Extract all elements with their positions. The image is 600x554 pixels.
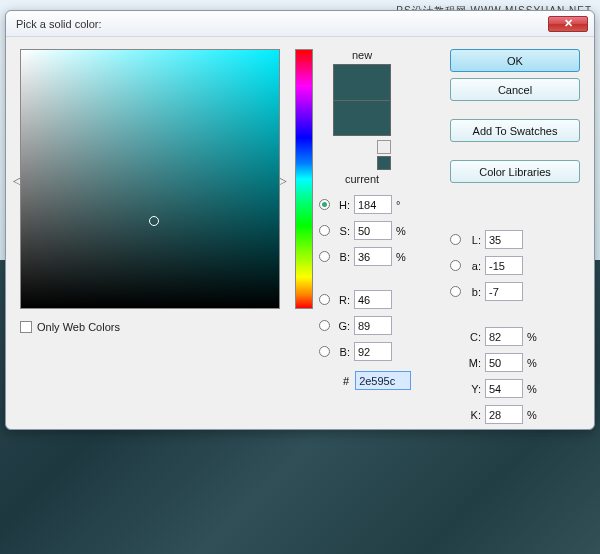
input-L[interactable]	[485, 230, 523, 249]
label-r: R:	[334, 294, 350, 306]
new-label: new	[352, 49, 372, 61]
unit-brightness: %	[396, 251, 408, 263]
tiny-swatch-icon[interactable]	[377, 156, 391, 170]
label-a: a:	[465, 260, 481, 272]
color-picker-dialog: Pick a solid color: ✕ ◁ ▷ Only Web Color…	[5, 10, 595, 430]
input-lab-b[interactable]	[485, 282, 523, 301]
input-C[interactable]	[485, 327, 523, 346]
row-s: S: %	[319, 220, 411, 241]
row-L: L:	[450, 229, 580, 250]
input-s[interactable]	[354, 221, 392, 240]
hue-arrow-right-icon: ▷	[279, 175, 287, 186]
radio-lab-b[interactable]	[450, 286, 461, 297]
label-s: S:	[334, 225, 350, 237]
unit-M: %	[527, 357, 539, 369]
label-h: H:	[334, 199, 350, 211]
color-libraries-button[interactable]: Color Libraries	[450, 160, 580, 183]
row-K: K: %	[450, 404, 580, 425]
radio-L[interactable]	[450, 234, 461, 245]
label-M: M:	[465, 357, 481, 369]
unit-h: °	[396, 199, 408, 211]
label-K: K:	[465, 409, 481, 421]
radio-h[interactable]	[319, 199, 330, 210]
input-M[interactable]	[485, 353, 523, 372]
add-to-swatches-button[interactable]: Add To Swatches	[450, 119, 580, 142]
radio-r[interactable]	[319, 294, 330, 305]
ok-button[interactable]: OK	[450, 49, 580, 72]
row-lab-b: b:	[450, 281, 580, 302]
row-M: M: %	[450, 352, 580, 373]
dialog-body: ◁ ▷ Only Web Colors new current	[6, 37, 594, 437]
hue-slider[interactable]	[295, 49, 313, 309]
dialog-title: Pick a solid color:	[12, 18, 102, 30]
row-brightness: B: %	[319, 246, 411, 267]
input-a[interactable]	[485, 256, 523, 275]
radio-g[interactable]	[319, 320, 330, 331]
web-colors-checkbox[interactable]	[20, 321, 32, 333]
input-hex[interactable]	[355, 371, 411, 390]
label-C: C:	[465, 331, 481, 343]
current-label: current	[345, 173, 379, 185]
row-hex: #	[343, 371, 411, 390]
radio-a[interactable]	[450, 260, 461, 271]
color-field-column: ◁ ▷ Only Web Colors	[20, 49, 280, 425]
input-K[interactable]	[485, 405, 523, 424]
dialog-titlebar[interactable]: Pick a solid color: ✕	[6, 11, 594, 37]
label-g: G:	[334, 320, 350, 332]
input-blue[interactable]	[354, 342, 392, 361]
unit-s: %	[396, 225, 408, 237]
lab-values: L: a: b:	[450, 229, 580, 302]
swatch-current[interactable]	[333, 100, 391, 136]
middle-column: new current H: ° S: %	[323, 49, 411, 425]
close-icon: ✕	[564, 17, 573, 30]
label-blue: B:	[334, 346, 350, 358]
row-h: H: °	[319, 194, 411, 215]
input-brightness[interactable]	[354, 247, 392, 266]
color-field[interactable]	[20, 49, 280, 309]
cancel-button[interactable]: Cancel	[450, 78, 580, 101]
input-g[interactable]	[354, 316, 392, 335]
unit-K: %	[527, 409, 539, 421]
row-C: C: %	[450, 326, 580, 347]
close-button[interactable]: ✕	[548, 16, 588, 32]
row-g: G:	[319, 315, 411, 336]
input-h[interactable]	[354, 195, 392, 214]
row-blue: B:	[319, 341, 411, 362]
web-colors-row: Only Web Colors	[20, 321, 280, 333]
row-a: a:	[450, 255, 580, 276]
picker-cursor-icon[interactable]	[149, 216, 159, 226]
web-colors-label: Only Web Colors	[37, 321, 120, 333]
input-Y[interactable]	[485, 379, 523, 398]
hsb-rgb-values: H: ° S: % B: %	[319, 194, 411, 390]
label-L: L:	[465, 234, 481, 246]
label-brightness: B:	[334, 251, 350, 263]
row-Y: Y: %	[450, 378, 580, 399]
radio-brightness[interactable]	[319, 251, 330, 262]
input-r[interactable]	[354, 290, 392, 309]
preview-column: new current	[327, 49, 397, 188]
label-lab-b: b:	[465, 286, 481, 298]
radio-s[interactable]	[319, 225, 330, 236]
unit-Y: %	[527, 383, 539, 395]
cmyk-values: C: % M: % Y: % K:	[450, 326, 580, 425]
radio-blue[interactable]	[319, 346, 330, 357]
label-hex: #	[343, 375, 349, 387]
label-Y: Y:	[465, 383, 481, 395]
swatch-new	[333, 64, 391, 100]
right-column: OK Cancel Add To Swatches Color Librarie…	[450, 49, 580, 425]
row-r: R:	[319, 289, 411, 310]
cube-icon[interactable]	[377, 140, 391, 154]
unit-C: %	[527, 331, 539, 343]
